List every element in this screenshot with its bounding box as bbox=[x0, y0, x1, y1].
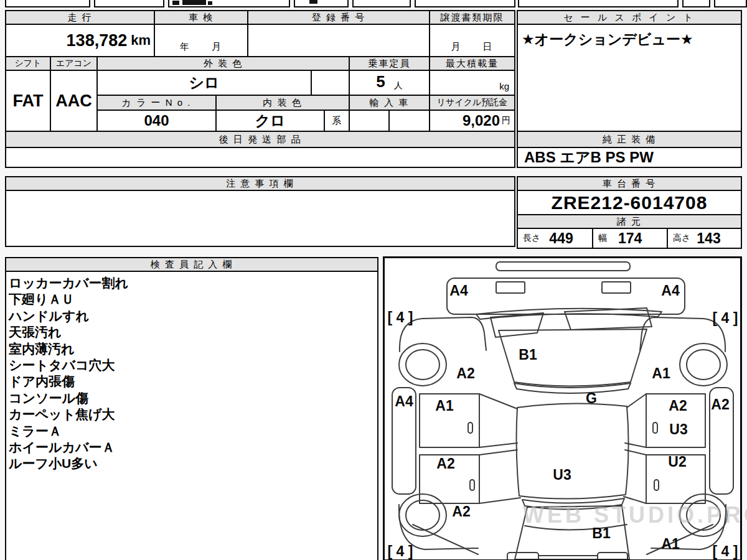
sales-point-value: ★オークションデビュー★ bbox=[517, 24, 742, 133]
mileage-header: 走 行 bbox=[5, 10, 155, 25]
damage-code-rear-fender-left: A2 bbox=[452, 503, 470, 520]
spec-width-label: 幅 bbox=[598, 233, 607, 244]
deadline-header: 譲渡書類期限 bbox=[429, 10, 515, 25]
inspector-note: コンソール傷 bbox=[9, 390, 375, 406]
specs-header: 諸 元 bbox=[517, 214, 742, 229]
payload-value: kg bbox=[429, 70, 515, 96]
damage-code-front-fender-right: A1 bbox=[652, 365, 670, 382]
cropped-row-fragment bbox=[294, 0, 349, 7]
auction-sheet: 走 行 車 検 登 録 番 号 譲渡書類期限 138,782 km 年 月 月 … bbox=[0, 0, 747, 560]
spec-height: 高さ 143 bbox=[667, 228, 742, 249]
recycle-amount: 9,020 bbox=[463, 112, 500, 129]
sales-point-header: セ ー ル ス ポ イ ン ト bbox=[517, 10, 742, 25]
spec-width: 幅 174 bbox=[592, 228, 668, 249]
cropped-text-remnant bbox=[172, 1, 179, 5]
interior-color-value: クロ bbox=[215, 110, 325, 132]
genuine-equipment-value: ABS エアB PS PW bbox=[517, 147, 742, 168]
cropped-text-remnant bbox=[182, 0, 206, 5]
registration-header: 登 録 番 号 bbox=[247, 10, 430, 25]
damage-code-front-bumper-right: A4 bbox=[661, 282, 679, 299]
later-parts-value bbox=[5, 147, 515, 168]
damage-code-front-bumper-left: A4 bbox=[449, 282, 467, 299]
inspector-note: 下廻りＡＵ bbox=[9, 291, 375, 307]
exterior-color-value: シロ bbox=[96, 70, 312, 96]
capacity-number: 5 bbox=[376, 72, 385, 91]
diagram-labels: A4A4[ 4 ][ 4 ]B1A2A1GA4A1A2A2U3A2U2U3A2B… bbox=[385, 258, 740, 559]
caution-value bbox=[5, 190, 515, 247]
mileage-value: 138,782 km bbox=[5, 24, 155, 57]
deadline-value: 月 日 bbox=[429, 24, 515, 57]
inspector-note: 天張汚れ bbox=[9, 324, 375, 340]
registration-value bbox=[247, 24, 430, 57]
recycle-header: リサイクル預託金 bbox=[429, 95, 515, 111]
chassis-number-header: 車 台 番 号 bbox=[517, 176, 742, 191]
import-value-cell bbox=[388, 110, 430, 132]
tire-depth-front-right: [ 4 ] bbox=[713, 310, 738, 327]
interior-color-header: 内 装 色 bbox=[215, 95, 350, 111]
cropped-text-remnant bbox=[208, 1, 212, 5]
damage-code-rear-fender-right: A1 bbox=[661, 536, 679, 553]
cropped-row-fragment bbox=[415, 0, 515, 7]
inspector-list: ロッカーカバー割れ下廻りＡＵハンドルすれ天張汚れ室内薄汚れシートタバコ穴大ドア内… bbox=[9, 275, 375, 472]
recycle-unit: 円 bbox=[502, 115, 510, 126]
damage-code-front-door-right: A2 bbox=[669, 398, 687, 414]
chassis-number-value: ZRE212-6014708 bbox=[517, 190, 742, 215]
later-parts-header: 後 日 発 送 部 品 bbox=[5, 131, 515, 148]
damage-code-front-fender-left: A2 bbox=[456, 365, 474, 382]
inspector-header: 検 査 員 記 入 欄 bbox=[5, 257, 378, 272]
recycle-value: 9,020 円 bbox=[429, 110, 515, 132]
spec-length: 長さ 449 bbox=[517, 228, 593, 249]
cropped-row-fragment bbox=[714, 0, 747, 7]
exterior-color-sub-cell bbox=[311, 70, 350, 96]
damage-code-rocker-right: A2 bbox=[711, 396, 729, 413]
mileage-unit: km bbox=[131, 32, 151, 49]
aircon-value: AAC bbox=[50, 70, 98, 132]
spec-length-label: 長さ bbox=[523, 233, 540, 244]
tire-depth-front-left: [ 4 ] bbox=[388, 309, 413, 326]
damage-code-trunk: B1 bbox=[592, 525, 610, 542]
mileage-number: 138,782 bbox=[67, 31, 128, 50]
capacity-unit: 人 bbox=[394, 80, 403, 91]
cropped-row-fragment bbox=[518, 0, 679, 7]
inspector-note: ミラーＡ bbox=[9, 423, 375, 439]
damage-code-rear-door-left: A2 bbox=[436, 455, 454, 472]
inspector-note: カーペット焦げ大 bbox=[9, 406, 375, 422]
tire-depth-rear-left: [ 4 ] bbox=[388, 543, 413, 560]
inspector-note: ホイールカバーＡ bbox=[9, 439, 375, 455]
interior-color-suffix: 系 bbox=[324, 110, 350, 132]
capacity-value: 5 人 bbox=[349, 70, 430, 96]
import-value-cell bbox=[349, 110, 390, 132]
inspector-note: シートタバコ穴大 bbox=[9, 357, 375, 373]
spec-width-value: 174 bbox=[618, 230, 642, 247]
tire-depth-rear-right: [ 4 ] bbox=[713, 543, 738, 560]
caution-header: 注 意 事 項 欄 bbox=[5, 176, 515, 191]
color-no-header: カ ラ ー N o . bbox=[96, 95, 217, 111]
damage-code-windshield: G bbox=[586, 390, 597, 407]
genuine-equipment-header: 純 正 装 備 bbox=[517, 131, 742, 148]
shift-header: シフト bbox=[5, 56, 51, 71]
inspection-header: 車 検 bbox=[154, 10, 248, 25]
damage-code-front-door-right-2: U3 bbox=[669, 421, 687, 438]
import-header: 輸 入 車 bbox=[349, 95, 430, 111]
inspection-value: 年 月 bbox=[154, 24, 248, 57]
damage-code-rear-door-right: U2 bbox=[668, 454, 686, 470]
damage-code-rocker-left: A4 bbox=[395, 393, 413, 410]
shift-value: FAT bbox=[5, 70, 51, 132]
exterior-color-header: 外 装 色 bbox=[96, 56, 350, 71]
cropped-row-fragment bbox=[352, 0, 411, 7]
spec-height-value: 143 bbox=[697, 230, 720, 247]
damage-code-hood: B1 bbox=[519, 347, 537, 363]
spec-length-value: 449 bbox=[549, 230, 573, 247]
color-no-value: 040 bbox=[96, 110, 217, 132]
inspector-note: ルーフ小U多い bbox=[9, 455, 375, 472]
cropped-row-fragment bbox=[682, 0, 710, 7]
aircon-header: エアコン bbox=[50, 56, 98, 71]
cropped-text-remnant bbox=[309, 0, 317, 4]
damage-code-roof: U3 bbox=[553, 467, 571, 483]
spec-height-label: 高さ bbox=[673, 233, 690, 244]
capacity-header: 乗車定員 bbox=[349, 56, 430, 71]
payload-header: 最大積載量 bbox=[429, 56, 515, 71]
inspector-note: ドア内張傷 bbox=[9, 373, 375, 390]
inspector-note: ハンドルすれ bbox=[9, 308, 375, 324]
car-damage-diagram: WEB STUDIO.PRO A4A4[ 4 ][ 4 ]B1A2A1GA4A1… bbox=[383, 256, 742, 560]
